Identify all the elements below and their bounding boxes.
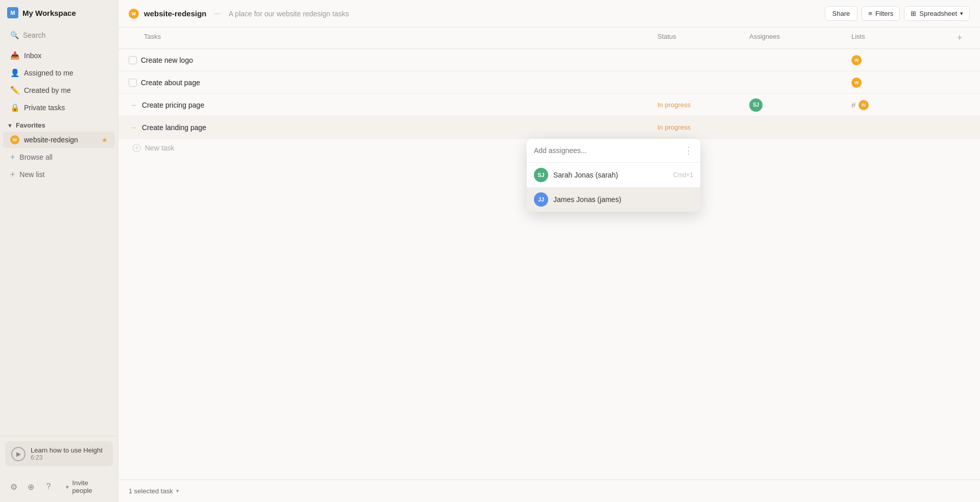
- topbar-actions: Share ≡ Filters ⊞ Spreadsheet ▾: [825, 6, 970, 21]
- learn-title: Learn how to use Height: [31, 446, 103, 454]
- col-add[interactable]: +: [949, 28, 970, 48]
- invite-label: Invite people: [72, 479, 107, 494]
- topbar: W website-redesign ··· A place for our w…: [118, 0, 980, 28]
- help-icon[interactable]: ?: [42, 480, 55, 494]
- assignee-option-james[interactable]: JJ James Jonas (james): [527, 187, 700, 212]
- list-badge-icon: W: [859, 100, 869, 110]
- in-progress-icon: →: [129, 123, 138, 132]
- task-name: Create about page: [141, 79, 200, 87]
- assigned-icon: 👤: [10, 68, 19, 78]
- task-status: In progress: [653, 101, 745, 109]
- task-assignees: SJ: [745, 98, 847, 112]
- avatar: SJ: [534, 168, 548, 182]
- browse-all-label: Browse all: [19, 153, 53, 161]
- sidebar-item-label: Inbox: [24, 52, 41, 60]
- hash-icon: #: [851, 101, 855, 109]
- inbox-icon: 📥: [10, 51, 19, 60]
- filters-label: Filters: [875, 10, 893, 17]
- assignee-name: James Jonas (james): [553, 195, 621, 204]
- chevron-down-icon[interactable]: ▾: [176, 488, 179, 494]
- avatar: SJ: [749, 98, 763, 112]
- in-progress-icon: →: [129, 101, 138, 110]
- filter-icon: ≡: [868, 10, 872, 17]
- list-badge-icon: W: [851, 78, 862, 88]
- learn-box[interactable]: ▶ Learn how to use Height 6:23: [5, 441, 113, 466]
- workspace-icon: M: [7, 7, 18, 18]
- more-options-icon[interactable]: ⋮: [684, 145, 693, 156]
- dropdown-search[interactable]: ⋮: [527, 139, 700, 163]
- share-button[interactable]: Share: [825, 6, 858, 21]
- task-lists: W: [847, 55, 949, 65]
- favorites-item-label: website-redesign: [24, 136, 78, 144]
- table-header: Tasks Status Assignees Lists +: [118, 28, 980, 49]
- search-label: Search: [23, 31, 45, 39]
- table-row[interactable]: → Create landing page In progress ⋮ SJ S…: [118, 116, 980, 139]
- task-lists: # W: [847, 100, 949, 110]
- task-name: Create landing page: [142, 123, 206, 132]
- search-bar[interactable]: 🔍 Search: [5, 28, 113, 43]
- main-content: W website-redesign ··· A place for our w…: [118, 0, 980, 502]
- bottom-bar: 1 selected task ▾: [118, 480, 980, 502]
- table-row[interactable]: → Create pricing page In progress SJ # W: [118, 94, 980, 116]
- settings-icon[interactable]: ⚙: [7, 480, 20, 494]
- assignee-name: Sarah Jonas (sarah): [553, 171, 618, 179]
- list-icon: W: [129, 9, 139, 19]
- plus-icon: +: [10, 170, 15, 179]
- play-button[interactable]: ▶: [11, 447, 26, 461]
- sidebar-item-label: Private tasks: [24, 104, 65, 112]
- assignee-search-input[interactable]: [534, 146, 680, 155]
- task-checkbox[interactable]: [129, 56, 137, 64]
- workspace-label: My Workspace: [22, 9, 76, 17]
- sidebar-item-website-redesign[interactable]: W website-redesign ★: [3, 132, 115, 148]
- table-row[interactable]: Create new logo W: [118, 49, 980, 71]
- spreadsheet-icon: ⊞: [911, 10, 916, 17]
- add-task-icon[interactable]: +: [133, 144, 141, 152]
- search-icon: 🔍: [10, 31, 19, 39]
- task-name: Create new logo: [141, 56, 193, 64]
- col-lists: Lists: [847, 28, 949, 48]
- list-favicon: W: [10, 135, 19, 144]
- selected-task-text: 1 selected task: [129, 487, 173, 495]
- task-status: In progress: [653, 123, 745, 131]
- sidebar-item-private[interactable]: 🔒 Private tasks: [3, 99, 115, 116]
- task-checkbox[interactable]: [129, 79, 137, 87]
- table-body: Create new logo W Create about page W: [118, 49, 980, 480]
- list-description: A place for our website redesign tasks: [229, 10, 349, 18]
- lock-icon: 🔒: [10, 103, 19, 112]
- spreadsheet-label: Spreadsheet: [919, 10, 957, 17]
- keyboard-shortcut: Cmd+1: [673, 171, 693, 179]
- task-name: Create pricing page: [142, 101, 204, 109]
- new-list-button[interactable]: + New list: [3, 166, 115, 183]
- more-options-icon[interactable]: ···: [212, 9, 223, 18]
- col-tasks: Tasks: [129, 28, 653, 48]
- col-status: Status: [653, 28, 745, 48]
- workspace-header[interactable]: M My Workspace: [0, 0, 118, 26]
- avatar: JJ: [534, 192, 548, 207]
- add-icon[interactable]: ⊕: [24, 480, 38, 494]
- plus-icon: +: [65, 483, 69, 491]
- assignee-option-sarah[interactable]: SJ Sarah Jonas (sarah) Cmd+1: [527, 163, 700, 187]
- chevron-down-icon: ▾: [960, 10, 963, 17]
- sidebar-footer: ⚙ ⊕ ? + Invite people: [0, 471, 118, 502]
- col-assignees: Assignees: [745, 28, 847, 48]
- sidebar: M My Workspace 🔍 Search 📥 Inbox 👤 Assign…: [0, 0, 118, 502]
- new-list-label: New list: [19, 170, 44, 179]
- learn-time: 6:23: [31, 454, 103, 461]
- plus-icon: +: [10, 153, 15, 162]
- browse-all-button[interactable]: + Browse all: [3, 149, 115, 165]
- list-title: website-redesign: [144, 9, 207, 18]
- invite-button[interactable]: + Invite people: [61, 476, 111, 497]
- new-task-label: New task: [145, 144, 175, 152]
- favorites-section[interactable]: ▼ Favorites: [0, 116, 118, 131]
- star-icon: ★: [102, 136, 108, 144]
- filters-button[interactable]: ≡ Filters: [862, 6, 900, 21]
- table-row[interactable]: Create about page W: [118, 71, 980, 94]
- sidebar-item-assigned[interactable]: 👤 Assigned to me: [3, 65, 115, 81]
- assignee-dropdown[interactable]: ⋮ SJ Sarah Jonas (sarah) Cmd+1 JJ James …: [527, 139, 700, 212]
- sidebar-item-created[interactable]: ✏️ Created by me: [3, 82, 115, 98]
- sidebar-item-label: Created by me: [24, 86, 71, 94]
- sidebar-item-label: Assigned to me: [24, 69, 74, 77]
- sidebar-item-inbox[interactable]: 📥 Inbox: [3, 47, 115, 64]
- spreadsheet-button[interactable]: ⊞ Spreadsheet ▾: [904, 6, 970, 21]
- favorites-label: Favorites: [16, 121, 45, 129]
